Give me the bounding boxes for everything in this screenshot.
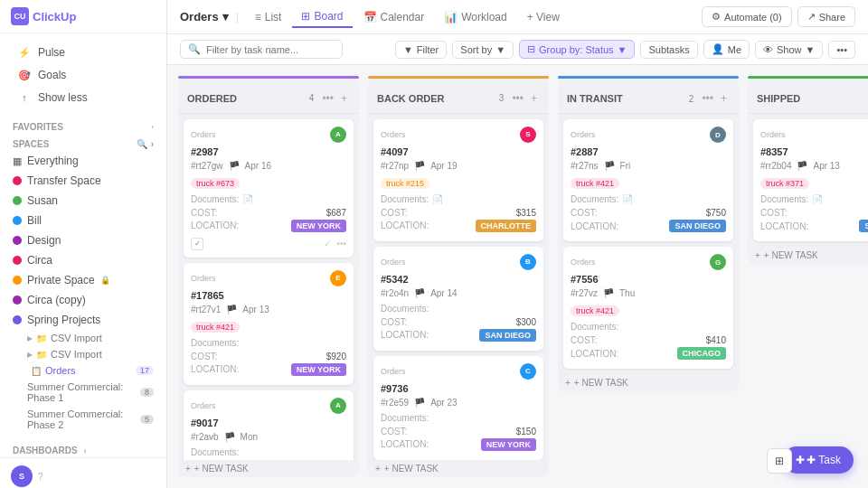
add-task-ordered[interactable]: + + NEW TASK	[178, 460, 359, 477]
share-button[interactable]: ↗ Share	[797, 6, 855, 27]
location-badge: CHARLOTTE	[476, 220, 537, 232]
card-date: Fri	[620, 161, 631, 171]
grid-view-button[interactable]: ⊞	[767, 448, 792, 474]
column-add-button[interactable]: +	[718, 91, 730, 106]
space-item-spring[interactable]: Spring Projects	[5, 310, 161, 330]
filter-chip-group[interactable]: ⊟ Group by: Status ▼	[519, 40, 635, 59]
filter-chip-show[interactable]: 👁 Show ▼	[755, 41, 823, 59]
add-task-shipped[interactable]: + + NEW TASK	[748, 247, 868, 264]
tree-item-csv1[interactable]: ▶ 📁 CSV Import	[5, 330, 161, 346]
card-location-row: LOCATION: NEW YORK	[191, 363, 346, 376]
sidebar-item-show-less[interactable]: ↑ Show less	[5, 87, 161, 108]
space-label: Transfer Space	[27, 174, 101, 187]
title-arrow-icon[interactable]: ▾	[222, 10, 229, 23]
tab-calendar[interactable]: 📅 Calendar	[354, 7, 434, 27]
filter-chip-sort[interactable]: Sort by ▼	[452, 41, 514, 59]
cost-label: COST:	[191, 352, 217, 361]
logo-icon: CU	[11, 7, 29, 25]
card-tag-row: truck #421	[191, 320, 346, 333]
tab-workload[interactable]: 📊 Workload	[435, 7, 515, 27]
card-7556[interactable]: Orders G #7556 #r27vz 🏴 Thu truck #421	[563, 247, 733, 369]
card-meta: #r2avb 🏴 Mon	[191, 432, 346, 442]
filter-chip-subtasks[interactable]: Subtasks	[640, 41, 697, 59]
card-9736[interactable]: Orders C #9736 #r2e59 🏴 Apr 23 Documents…	[373, 356, 543, 460]
space-item-circa[interactable]: Circa	[5, 250, 161, 270]
everything-icon: ▦	[13, 155, 22, 167]
footer-row: S ?	[11, 465, 156, 487]
tree-item-summer2[interactable]: Summer Commercial: Phase 2 5	[5, 406, 161, 433]
card-2887[interactable]: Orders D #2887 #r27ns 🏴 Fri truck #421	[563, 119, 733, 241]
column-indicator-ordered	[178, 76, 359, 79]
space-item-private[interactable]: Private Space 🔒	[5, 270, 161, 290]
check-icon[interactable]: ✓	[191, 238, 203, 250]
card-8357[interactable]: Orders E #8357 #rr2b04 🏴 Apr 13 truck #3…	[753, 119, 868, 241]
filterbar: 🔍 ▼ Filter Sort by ▼ ⊟ Group by: Status …	[167, 34, 868, 65]
tree-item-orders[interactable]: 📋 Orders 17	[5, 362, 161, 379]
card-tag-row: truck #371	[760, 176, 868, 189]
column-title-in-transit: IN TRANSIT	[567, 93, 684, 104]
card-id: #9736	[381, 383, 536, 394]
more-icon[interactable]: •••	[336, 239, 346, 249]
space-label: Spring Projects	[27, 314, 100, 326]
card-5342[interactable]: Orders B #5342 #r2o4n 🏴 Apr 14 Documents…	[373, 247, 543, 351]
add-task-in-transit[interactable]: + + NEW TASK	[558, 374, 739, 391]
tree-item-summer1[interactable]: Summer Commercial: Phase 1 8	[5, 379, 161, 406]
card-docs: Documents: 📄	[191, 194, 346, 204]
space-item-susan[interactable]: Susan	[5, 191, 161, 211]
doc-icon: 📄	[242, 194, 253, 204]
tab-list[interactable]: ≡ List	[246, 7, 291, 27]
add-task-back-order[interactable]: + + NEW TASK	[368, 460, 549, 477]
card-header: Orders A	[191, 398, 346, 414]
card-9017[interactable]: Orders A #9017 #r2avb 🏴 Mon Documents:	[184, 390, 354, 460]
card-source: Orders	[191, 401, 216, 410]
card-id: #7556	[571, 274, 726, 285]
sidebar-item-pulse[interactable]: ⚡ Pulse	[5, 42, 161, 63]
column-more-button[interactable]: •••	[509, 91, 526, 106]
card-source: Orders	[381, 130, 406, 139]
search-input[interactable]	[206, 44, 335, 55]
card-4097[interactable]: Orders S #4097 #r27np 🏴 Apr 19 truck #21…	[373, 119, 543, 241]
pulse-icon: ⚡	[18, 47, 31, 59]
space-item-everything[interactable]: ▦ Everything	[5, 151, 161, 171]
filter-chip-filter[interactable]: ▼ Filter	[395, 41, 447, 59]
chevron-right-icon[interactable]: ›	[151, 139, 154, 149]
card-date: Apr 19	[430, 161, 457, 171]
card-tag-row: truck #215	[381, 176, 536, 189]
tree-item-csv2[interactable]: ▶ 📁 CSV Import	[5, 346, 161, 362]
location-label: LOCATION:	[191, 364, 239, 374]
checkmark-icon[interactable]: ✓	[324, 239, 331, 249]
column-add-button[interactable]: +	[338, 91, 350, 106]
column-indicator-in-transit	[558, 76, 739, 79]
flag-icon: 🏴	[414, 288, 425, 298]
spaces-section: SPACES 🔍 ›	[0, 134, 166, 151]
filter-chip-me[interactable]: 👤 Me	[703, 40, 750, 59]
list-icon: 📋	[31, 366, 42, 376]
column-more-button[interactable]: •••	[699, 91, 716, 106]
space-item-design[interactable]: Design	[5, 230, 161, 250]
topbar-divider: |	[236, 11, 239, 23]
space-label: Private Space	[27, 274, 95, 286]
tab-board[interactable]: ⊞ Board	[292, 6, 352, 28]
tab-view-add[interactable]: + View	[518, 7, 569, 27]
meta-id: #r2o4n	[381, 288, 409, 298]
flag-icon: 🏴	[224, 432, 235, 442]
space-item-circa-copy[interactable]: Circa (copy)	[5, 290, 161, 310]
space-item-transfer[interactable]: Transfer Space	[5, 171, 161, 191]
card-2987[interactable]: Orders A #2987 #rt27gw 🏴 Apr 16 truck #6…	[184, 119, 354, 258]
card-header: Orders C	[381, 363, 536, 380]
location-label: LOCATION:	[191, 221, 239, 230]
help-icon[interactable]: ?	[38, 472, 43, 482]
chevron-right-icon: ›	[83, 446, 86, 455]
sidebar-item-goals[interactable]: 🎯 Goals	[5, 64, 161, 86]
column-add-button[interactable]: +	[528, 91, 540, 106]
share-icon: ↗	[807, 11, 816, 23]
search-icon[interactable]: 🔍	[137, 139, 147, 149]
location-badge: NEW YORK	[481, 438, 536, 451]
space-item-bill[interactable]: Bill	[5, 211, 161, 230]
column-more-button[interactable]: •••	[319, 91, 336, 106]
filter-chip-more[interactable]: •••	[828, 41, 855, 59]
automate-button[interactable]: ⚙ Automate (0)	[702, 6, 792, 27]
cost-label: COST:	[381, 427, 407, 436]
card-17865[interactable]: Orders E #17865 #rt27v1 🏴 Apr 13 truck #…	[184, 263, 354, 385]
task-fab-button[interactable]: ✚ ✚ Task	[783, 446, 854, 474]
